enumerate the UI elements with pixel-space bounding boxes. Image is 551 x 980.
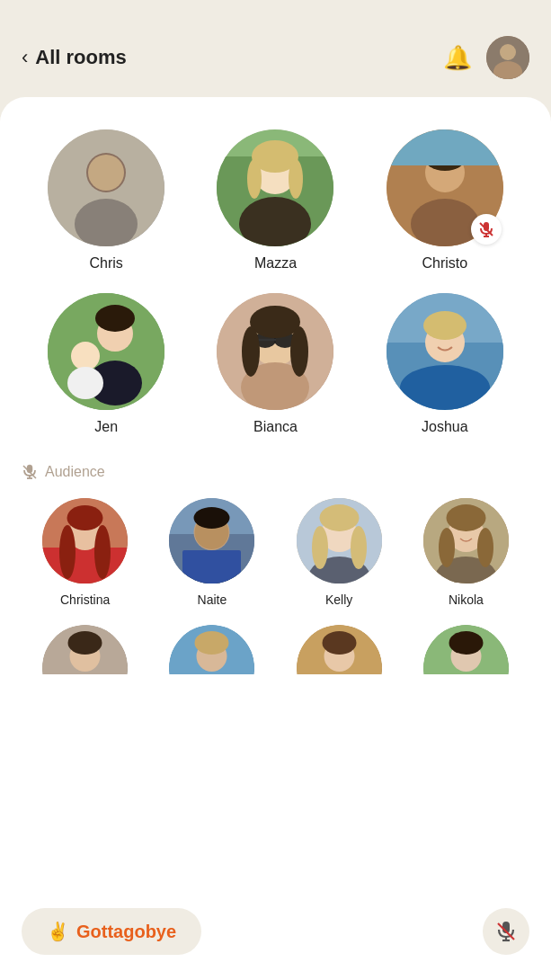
partial-avatar-3	[297, 625, 382, 674]
user-avatar[interactable]	[486, 36, 529, 79]
avatar-circle-christina	[42, 498, 128, 584]
audience-partial-2[interactable]	[148, 625, 275, 674]
speaker-chris[interactable]: Chris	[22, 129, 191, 272]
profile-image	[486, 36, 529, 79]
avatar-container-chris	[48, 129, 164, 246]
svg-point-39	[242, 326, 260, 377]
partial-circle-3	[297, 625, 382, 674]
audience-name-nikola: Nikola	[449, 592, 484, 607]
audience-grid: Christina	[22, 498, 529, 607]
header: ‹ All rooms 🔔	[0, 0, 551, 97]
audience-kelly[interactable]: Kelly	[276, 498, 403, 607]
muted-badge-christo	[471, 214, 502, 245]
svg-point-29	[67, 367, 103, 399]
svg-rect-52	[42, 548, 128, 584]
avatar-circle-bianca	[217, 293, 333, 410]
audience-partial-4[interactable]	[403, 625, 529, 674]
svg-rect-62	[182, 550, 241, 584]
svg-point-30	[95, 305, 135, 332]
speaker-bianca[interactable]: Bianca	[191, 293, 360, 435]
svg-point-85	[195, 631, 229, 655]
page-title: All rooms	[35, 46, 126, 69]
avatar-circle-jen	[48, 293, 164, 410]
speaker-jen[interactable]: Jen	[22, 293, 191, 435]
avatar-container-christina	[42, 498, 128, 584]
speaker-mazza[interactable]: Mazza	[191, 129, 360, 272]
avatar-svg-4	[423, 625, 509, 674]
audience-naite[interactable]: Naite	[148, 498, 275, 607]
avatar-container-mazza	[217, 129, 333, 246]
svg-point-93	[449, 631, 483, 655]
speaker-name-jen: Jen	[94, 419, 118, 435]
goodbye-emoji: ✌️	[47, 921, 69, 942]
speakers-grid: Chris Mazza	[22, 129, 529, 435]
partial-avatar-4	[423, 625, 509, 674]
svg-point-6	[88, 155, 124, 191]
audience-name-kelly: Kelly	[325, 592, 352, 607]
avatar-image-kelly	[297, 498, 382, 584]
muted-icon-christo	[477, 220, 495, 238]
speaker-name-mazza: Mazza	[254, 255, 297, 272]
header-right: 🔔	[443, 36, 529, 79]
avatar-svg-1	[42, 625, 128, 674]
avatar-container-nikola	[423, 498, 509, 584]
speaker-joshua[interactable]: Joshua	[360, 293, 529, 435]
svg-point-40	[290, 326, 308, 377]
avatar-circle-nikola	[423, 498, 509, 584]
partial-circle-4	[423, 625, 509, 674]
goodbye-button[interactable]: ✌️ Gottagobye	[22, 908, 201, 955]
svg-point-54	[67, 505, 103, 530]
avatar-image-mazza	[217, 129, 333, 246]
svg-point-63	[194, 507, 230, 529]
speaker-name-joshua: Joshua	[422, 419, 468, 435]
speaker-christo[interactable]: Christo	[360, 129, 529, 272]
audience-mic-icon	[22, 464, 38, 480]
svg-point-56	[94, 525, 111, 579]
audience-header: Audience	[22, 464, 529, 480]
avatar-image-jen	[48, 293, 164, 410]
partial-circle-2	[169, 625, 254, 674]
svg-point-45	[423, 311, 467, 340]
audience-section: Audience	[22, 464, 529, 674]
avatar-circle-naite	[169, 498, 254, 584]
avatar-container-jen	[48, 293, 164, 410]
avatar-image-chris	[48, 129, 164, 246]
notification-bell-icon[interactable]: 🔔	[443, 44, 472, 72]
avatar-circle-mazza	[217, 129, 333, 246]
svg-point-38	[250, 306, 300, 338]
avatar-image-bianca	[217, 293, 333, 410]
svg-point-75	[446, 504, 485, 531]
avatar-svg-2	[169, 625, 254, 674]
partial-avatar-1	[42, 625, 128, 674]
audience-nikola[interactable]: Nikola	[403, 498, 529, 607]
svg-point-81	[68, 631, 102, 655]
goodbye-label: Gottagobye	[76, 922, 176, 942]
avatar-container-bianca	[217, 293, 333, 410]
avatar-circle-kelly	[297, 498, 382, 584]
svg-point-55	[59, 525, 76, 579]
svg-point-77	[477, 528, 493, 567]
partial-avatar-2	[169, 625, 254, 674]
avatar-svg-3	[297, 625, 382, 674]
audience-christina[interactable]: Christina	[22, 498, 148, 607]
audience-partial-1[interactable]	[22, 625, 148, 674]
svg-point-69	[312, 526, 328, 569]
svg-rect-19	[387, 129, 503, 165]
bottom-bar: ✌️ Gottagobye	[0, 894, 551, 980]
speaker-name-christo: Christo	[422, 255, 467, 272]
svg-point-1	[500, 44, 516, 60]
header-left: ‹ All rooms	[22, 46, 127, 69]
audience-partial-3[interactable]	[276, 625, 403, 674]
main-card: Chris Mazza	[0, 97, 551, 906]
back-button[interactable]: ‹	[22, 46, 28, 69]
mute-button[interactable]	[483, 908, 529, 955]
svg-point-14	[289, 159, 303, 199]
avatar-circle-joshua	[387, 293, 503, 410]
speaker-name-bianca: Bianca	[253, 419, 298, 435]
audience-name-christina: Christina	[60, 592, 110, 607]
audience-name-naite: Naite	[198, 592, 227, 607]
svg-point-70	[351, 526, 367, 569]
avatar-container-naite	[169, 498, 254, 584]
svg-point-89	[322, 631, 356, 655]
avatar-circle-chris	[48, 129, 164, 246]
